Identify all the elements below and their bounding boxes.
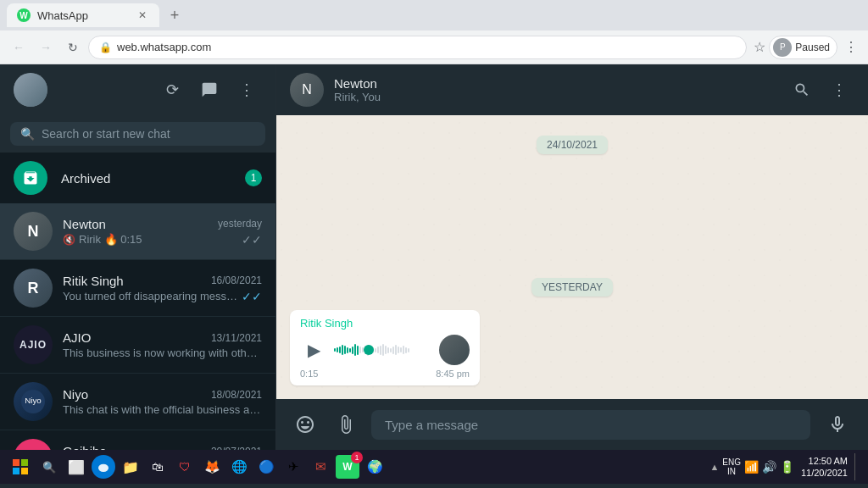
battery-icon[interactable]: 🔋	[780, 460, 794, 474]
chat-item-newton[interactable]: N Newton yesterday 🔇 Ririk 🔥 0:15 ✓✓	[0, 203, 275, 260]
shield-taskbar-icon[interactable]: 🛡	[173, 455, 197, 479]
waveform-bar-25	[398, 347, 399, 353]
profile-chip[interactable]: P Paused	[769, 36, 837, 59]
wifi-icon[interactable]: 📶	[744, 460, 759, 474]
search-icon: 🔍	[20, 127, 35, 141]
voice-message-bubble: Ritik Singh ▶ 0:15 8:45 pm	[290, 310, 480, 385]
profile-avatar: P	[773, 38, 792, 57]
chat-item-ritik[interactable]: R Ritik Singh 16/08/2021 You turned off …	[0, 260, 275, 317]
chat-header-name: Newton	[334, 76, 776, 91]
chat-time-ritik: 16/08/2021	[211, 274, 262, 286]
firefox-icon[interactable]: 🦊	[200, 455, 224, 479]
header-icons: ⟳ ⋮	[157, 75, 262, 105]
new-chat-icon[interactable]	[194, 75, 225, 105]
voice-player: ▶	[300, 335, 470, 365]
show-desktop-button[interactable]	[854, 453, 861, 480]
voice-avatar	[439, 335, 470, 365]
avatar-goibibo: go	[14, 439, 53, 450]
new-tab-button[interactable]: +	[163, 3, 186, 27]
waveform-bar-29	[408, 348, 409, 352]
waveform-bar-16	[375, 348, 376, 352]
archived-badge: 1	[245, 169, 262, 186]
avatar-ritik: R	[14, 269, 53, 308]
tab-bar: W WhatsApp ✕ +	[0, 0, 868, 30]
tab-close-button[interactable]: ✕	[136, 8, 149, 22]
chat-time-ajio: 13/11/2021	[211, 332, 262, 344]
chrome-taskbar-icon[interactable]: 🌍	[363, 455, 387, 479]
waveform-bar-28	[405, 347, 407, 353]
start-button[interactable]	[7, 453, 34, 480]
eng-label: ENGIN	[722, 458, 741, 476]
chat-item-ajio[interactable]: AJIO AJIO 13/11/2021 This business is no…	[0, 317, 275, 374]
telegram-icon[interactable]: ✈	[281, 455, 305, 479]
waveform-bars	[334, 341, 432, 358]
bookmark-button[interactable]: ☆	[754, 39, 765, 55]
taskbar-right: ▲ ENGIN 📶 🔊 🔋 12:50 AM 11/20/2021	[709, 453, 861, 480]
chat-item-niyo[interactable]: Niyo Niyo 18/08/2021 This chat is with t…	[0, 374, 275, 430]
store-icon[interactable]: 🛍	[146, 455, 170, 479]
waveform[interactable]	[334, 341, 432, 358]
volume-icon[interactable]: 🔊	[762, 460, 776, 474]
address-bar[interactable]: 🔒 web.whatsapp.com	[88, 36, 747, 59]
chat-preview-niyo: This chat is with the official business …	[63, 403, 262, 416]
chat-content-ritik: Ritik Singh 16/08/2021 You turned off di…	[63, 274, 262, 303]
refresh-button[interactable]: ↻	[61, 36, 85, 59]
whatsapp-taskbar-icon[interactable]: W 1	[336, 455, 359, 479]
avatar-ajio: AJIO	[14, 325, 53, 364]
chat-menu-button[interactable]: ⋮	[824, 75, 854, 105]
archived-row[interactable]: Archived 1	[0, 152, 275, 203]
forward-button[interactable]: →	[34, 36, 58, 59]
waveform-bar-24	[395, 345, 397, 355]
waveform-bar-5	[347, 347, 348, 353]
active-tab[interactable]: W WhatsApp ✕	[7, 3, 159, 27]
chrome-icon[interactable]: 🔵	[254, 455, 278, 479]
taskbar-clock[interactable]: 12:50 AM 11/20/2021	[801, 455, 848, 480]
sync-icon[interactable]: ⟳	[157, 75, 187, 105]
chat-header-icons: ⋮	[787, 75, 854, 105]
chat-item-goibibo[interactable]: go Goibibo 30/07/2021 This chat is with …	[0, 430, 275, 450]
taskbar-time-text: 12:50 AM	[809, 455, 848, 467]
chat-header-avatar[interactable]: N	[290, 73, 324, 107]
search-taskbar-button[interactable]: 🔍	[37, 455, 61, 479]
menu-icon[interactable]: ⋮	[231, 75, 262, 105]
msg-status-ritik: ✓✓	[242, 290, 262, 303]
message-input[interactable]	[371, 410, 810, 440]
voice-sender-name: Ritik Singh	[300, 317, 470, 330]
waveform-bar-27	[403, 346, 404, 354]
edge-taskbar-icon[interactable]: 🌐	[227, 455, 251, 479]
waveform-bar-7	[352, 347, 353, 354]
chat-name-newton: Newton	[63, 217, 106, 231]
avatar-newton: N	[14, 212, 53, 251]
browser-more-button[interactable]: ⋮	[841, 36, 861, 58]
search-input[interactable]	[42, 127, 255, 141]
chat-content-ajio: AJIO 13/11/2021 This business is now wor…	[63, 330, 262, 359]
chat-header-info: Newton Ririk, You	[334, 76, 776, 103]
taskbar: 🔍 ⬜ 📁 🛍 🛡 🦊 🌐 🔵 ✈ ✉ W 1 🌍 ▲ ENGIN 📶 🔊 🔋 …	[0, 450, 868, 484]
attach-button[interactable]	[331, 409, 361, 440]
user-avatar[interactable]	[14, 73, 47, 107]
progress-dot[interactable]	[364, 345, 374, 355]
waveform-bar-8	[354, 344, 356, 356]
edge-icon[interactable]	[92, 455, 115, 479]
url-text: web.whatsapp.com	[117, 41, 736, 53]
tray-arrow[interactable]: ▲	[709, 462, 719, 472]
mail-icon[interactable]: ✉	[309, 455, 332, 479]
chat-content-goibibo: Goibibo 30/07/2021 This chat is with the…	[63, 444, 262, 450]
taskview-button[interactable]: ⬜	[64, 455, 88, 479]
voice-duration: 0:15	[300, 369, 318, 379]
svg-rect-2	[13, 459, 19, 466]
back-button[interactable]: ←	[7, 36, 31, 59]
search-input-wrap[interactable]: 🔍	[10, 122, 265, 146]
mic-button[interactable]	[821, 408, 854, 441]
whatsapp-app: ⟳ ⋮ 🔍 Archived	[0, 64, 868, 450]
svg-text:Niyo: Niyo	[25, 396, 42, 405]
file-explorer-icon[interactable]: 📁	[119, 455, 142, 479]
chat-header-status: Ririk, You	[334, 91, 776, 103]
waveform-bar-6	[349, 348, 351, 352]
chat-list: N Newton yesterday 🔇 Ririk 🔥 0:15 ✓✓	[0, 203, 275, 450]
play-button[interactable]: ▶	[300, 336, 327, 363]
chat-header: N Newton Ririk, You ⋮	[276, 64, 868, 115]
search-chat-button[interactable]	[787, 75, 817, 105]
chat-content-newton: Newton yesterday 🔇 Ririk 🔥 0:15 ✓✓	[63, 217, 262, 247]
emoji-button[interactable]	[290, 409, 320, 440]
